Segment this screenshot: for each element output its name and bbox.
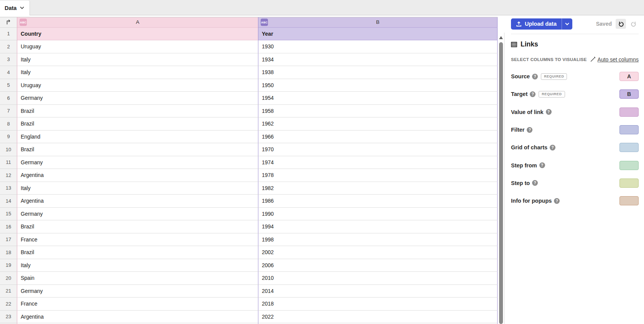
cell-b[interactable]: 1970 (258, 143, 498, 156)
cell-a[interactable]: Germany (17, 92, 258, 105)
cell-a[interactable]: Argentina (17, 311, 258, 324)
cell-b[interactable]: 1958 (258, 105, 498, 118)
column-binding-box[interactable] (619, 125, 639, 134)
cell-a[interactable]: Uruguay (17, 40, 258, 53)
cell-b[interactable]: 2018 (258, 298, 498, 311)
column-binding-box[interactable] (619, 179, 639, 188)
redo-button[interactable] (628, 19, 639, 29)
help-icon[interactable]: ? (550, 145, 555, 150)
row-number-cell[interactable]: 19 (0, 259, 17, 272)
cell-a[interactable]: Germany (17, 156, 258, 169)
help-icon[interactable]: ? (527, 127, 532, 133)
cell-a[interactable]: Germany (17, 208, 258, 221)
cell-b[interactable]: 1954 (258, 92, 498, 105)
cell-a[interactable]: Argentina (17, 195, 258, 208)
column-binding-box[interactable] (619, 161, 639, 170)
help-icon[interactable]: ? (532, 180, 538, 186)
row-number-cell[interactable]: 14 (0, 195, 17, 208)
cell-b[interactable]: 2014 (258, 285, 498, 298)
column-binding-box[interactable] (619, 143, 639, 152)
cell-b[interactable]: 2010 (258, 272, 498, 285)
cell-a[interactable]: Argentina (17, 169, 258, 182)
column-binding-box[interactable]: A (619, 72, 639, 81)
help-icon[interactable]: ? (546, 109, 552, 115)
row-number-cell[interactable]: 4 (0, 66, 17, 79)
help-icon[interactable]: ? (530, 91, 536, 97)
cell-a[interactable]: France (17, 233, 258, 246)
cell-b[interactable]: 1986 (258, 195, 498, 208)
cell-b[interactable]: 1950 (258, 79, 498, 92)
transpose-corner-button[interactable] (0, 17, 17, 28)
sheet-row: 10Brazil1970 (0, 143, 498, 156)
cell-b[interactable]: Year (258, 28, 498, 41)
undo-button[interactable] (616, 19, 626, 29)
cell-a[interactable]: Germany (17, 285, 258, 298)
cell-b[interactable]: 2022 (258, 311, 498, 324)
row-number-cell[interactable]: 21 (0, 285, 17, 298)
row-number-cell[interactable]: 12 (0, 169, 17, 182)
cell-b[interactable]: 2006 (258, 259, 498, 272)
cell-a[interactable]: Brazil (17, 246, 258, 259)
cell-a[interactable]: Brazil (17, 220, 258, 233)
column-binding-box[interactable] (619, 196, 639, 205)
cell-a[interactable]: England (17, 131, 258, 144)
cell-a[interactable]: France (17, 298, 258, 311)
row-number-cell[interactable]: 22 (0, 298, 17, 311)
cell-a[interactable]: Italy (17, 259, 258, 272)
row-number-cell[interactable]: 5 (0, 79, 17, 92)
cell-a[interactable]: Italy (17, 182, 258, 195)
row-number-cell[interactable]: 7 (0, 105, 17, 118)
row-number-cell[interactable]: 10 (0, 143, 17, 156)
row-number-cell[interactable]: 18 (0, 246, 17, 259)
column-binding-box[interactable] (619, 107, 639, 117)
cell-a[interactable]: Brazil (17, 117, 258, 131)
cell-b[interactable]: 1994 (258, 220, 498, 233)
cell-b[interactable]: 1938 (258, 66, 498, 79)
help-icon[interactable]: ? (532, 74, 538, 79)
row-number-cell[interactable]: 2 (0, 40, 17, 53)
cell-a[interactable]: Italy (17, 53, 258, 66)
row-number-cell[interactable]: 11 (0, 156, 17, 169)
cell-b[interactable]: 1966 (258, 131, 498, 144)
row-number-cell[interactable]: 16 (0, 220, 17, 233)
cell-b[interactable]: 2002 (258, 246, 498, 259)
row-number-cell[interactable]: 6 (0, 92, 17, 105)
upload-options-caret-button[interactable] (562, 18, 572, 30)
column-binding-box[interactable]: B (619, 89, 639, 99)
cell-a[interactable]: Brazil (17, 143, 258, 156)
row-number-cell[interactable]: 13 (0, 182, 17, 195)
cell-a[interactable]: Uruguay (17, 79, 258, 92)
panel-toolbar: Upload data Saved (511, 18, 639, 30)
cell-b[interactable]: 1990 (258, 208, 498, 221)
row-number-cell[interactable]: 1 (0, 28, 17, 41)
cell-b[interactable]: 1998 (258, 233, 498, 246)
column-header-b[interactable]: ABC B (258, 17, 498, 28)
row-number-cell[interactable]: 23 (0, 311, 17, 324)
row-number-cell[interactable]: 9 (0, 131, 17, 144)
cell-b[interactable]: 1974 (258, 156, 498, 169)
row-number-cell[interactable]: 15 (0, 208, 17, 221)
auto-set-columns-link[interactable]: Auto set columns (590, 56, 639, 63)
scrollbar-thumb[interactable] (499, 42, 503, 324)
cell-b[interactable]: 1934 (258, 53, 498, 66)
binding-row-filter: Filter? (511, 121, 639, 139)
help-icon[interactable]: ? (554, 198, 560, 204)
row-number-cell[interactable]: 8 (0, 117, 17, 131)
cell-a[interactable]: Brazil (17, 105, 258, 118)
row-number-cell[interactable]: 20 (0, 272, 17, 285)
upload-data-button[interactable]: Upload data (511, 18, 562, 30)
help-icon[interactable]: ? (539, 162, 545, 168)
cell-a[interactable]: Italy (17, 66, 258, 79)
scroll-up-arrow-icon[interactable] (499, 36, 503, 39)
row-number-cell[interactable]: 17 (0, 233, 17, 246)
cell-b[interactable]: 1930 (258, 40, 498, 53)
cell-b[interactable]: 1978 (258, 169, 498, 182)
cell-b[interactable]: 1982 (258, 182, 498, 195)
row-number-cell[interactable]: 3 (0, 53, 17, 66)
cell-a[interactable]: Spain (17, 272, 258, 285)
table-grid-icon (511, 42, 517, 47)
cell-a[interactable]: Country (17, 28, 258, 41)
column-header-a[interactable]: ABC A (17, 17, 258, 28)
tab-data[interactable]: Data (0, 0, 30, 15)
cell-b[interactable]: 1962 (258, 117, 498, 131)
